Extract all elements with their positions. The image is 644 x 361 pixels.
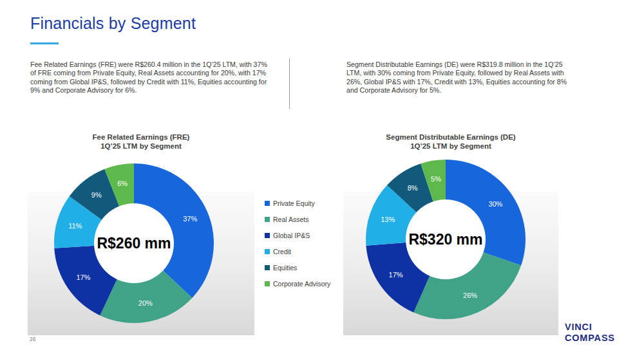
de-donut-chart: 30%26%17%13%8%5%R$320 mm [362, 156, 529, 323]
fre-summary-text: Fee Related Earnings (FRE) were R$260.4 … [30, 60, 272, 95]
de-chart-title-line2: 1Q’25 LTM by Segment [343, 142, 558, 151]
vinci-compass-logo: VINCI COMPASS [565, 322, 615, 344]
donut-segment-label-global-ip-s: 17% [389, 271, 403, 279]
legend-item-global-ip-s: Global IP&S [265, 227, 330, 243]
logo-line1: VINCI [565, 322, 615, 333]
donut-segment-label-private-equity: 37% [183, 215, 197, 223]
legend-label: Corporate Advisory [273, 280, 330, 288]
donut-segment-label-global-ip-s: 17% [76, 273, 90, 281]
page-number: 26 [30, 336, 35, 342]
donut-segment-label-equities: 8% [408, 184, 418, 192]
de-chart-title: Segment Distributable Earnings (DE) 1Q’2… [343, 133, 558, 151]
legend-item-equities: Equities [265, 259, 330, 275]
donut-segment-label-real-assets: 26% [463, 292, 477, 299]
legend-item-real-assets: Real Assets [265, 211, 330, 227]
legend-label: Real Assets [273, 216, 308, 223]
vertical-divider [289, 59, 290, 109]
legend-label: Equities [273, 264, 297, 272]
legend-swatch-private-equity [265, 201, 270, 206]
legend-swatch-corporate-advisory [265, 281, 270, 286]
legend-item-private-equity: Private Equity [265, 195, 330, 211]
donut-center-label: R$320 mm [408, 231, 482, 248]
legend-label: Private Equity [273, 199, 315, 207]
legend-swatch-real-assets [265, 217, 270, 222]
legend-label: Credit [273, 248, 291, 255]
fre-donut-chart: 37%20%17%11%9%6%R$260 mm [50, 160, 218, 327]
legend-swatch-credit [265, 249, 270, 254]
fre-chart-title: Fee Related Earnings (FRE) 1Q’25 LTM by … [28, 133, 254, 151]
donut-segment-label-real-assets: 20% [138, 299, 153, 307]
donut-segment-label-corporate-advisory: 5% [431, 175, 441, 183]
legend-label: Global IP&S [273, 232, 310, 239]
title-underline-accent [30, 42, 59, 44]
donut-segment-label-private-equity: 30% [488, 200, 502, 208]
chart-legend: Private EquityReal AssetsGlobal IP&SCred… [265, 195, 330, 292]
de-summary-text: Segment Distributable Earnings (DE) were… [346, 60, 574, 95]
donut-segment-label-credit: 13% [381, 216, 395, 223]
de-chart-title-line1: Segment Distributable Earnings (DE) [343, 133, 558, 142]
donut-center-label: R$260 mm [97, 235, 171, 252]
legend-item-corporate-advisory: Corporate Advisory [265, 275, 330, 292]
legend-swatch-equities [265, 265, 270, 270]
fre-chart-title-line1: Fee Related Earnings (FRE) [28, 133, 254, 142]
legend-item-credit: Credit [265, 243, 330, 259]
slide: Financials by Segment Fee Related Earnin… [0, 0, 644, 361]
donut-segment-label-corporate-advisory: 6% [117, 180, 128, 187]
donut-segment-label-equities: 9% [91, 191, 102, 199]
donut-segment-label-credit: 11% [68, 222, 82, 230]
logo-line2: COMPASS [565, 333, 615, 344]
page-title: Financials by Segment [30, 14, 196, 33]
fre-chart-title-line2: 1Q’25 LTM by Segment [28, 142, 254, 151]
legend-swatch-global-ip-s [265, 233, 270, 238]
